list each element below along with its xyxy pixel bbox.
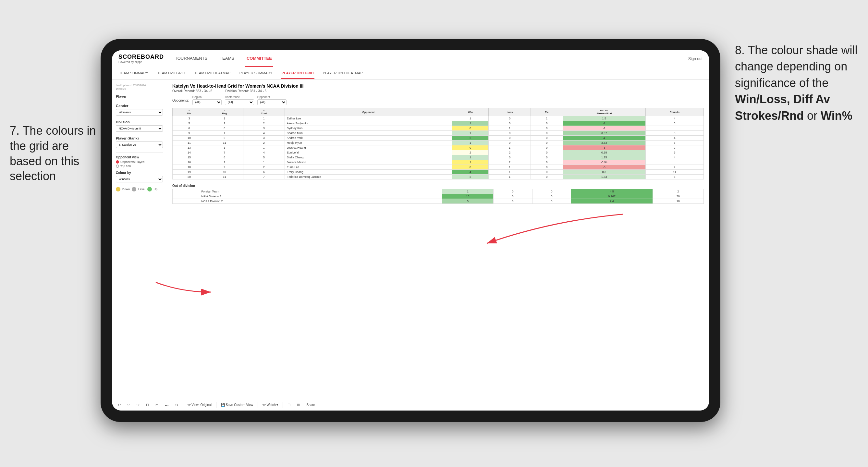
th-reg: #Reg: [206, 108, 243, 116]
cell-loss: 1: [489, 175, 531, 180]
cell-rounds: 3: [645, 131, 704, 136]
radio-top100[interactable]: Top 100: [116, 164, 163, 168]
nav-player-h2h-heatmap[interactable]: PLAYER H2H HEATMAP: [322, 68, 364, 79]
radio-opponents-played[interactable]: Opponents Played: [116, 160, 163, 163]
cell-conf: 2: [243, 165, 285, 170]
cell-loss: 1: [489, 165, 531, 170]
nav-committee[interactable]: COMMITTEE: [245, 51, 273, 67]
nav-tournaments[interactable]: TOURNAMENTS: [174, 51, 209, 67]
sidebar-player-rank-label: Player (Rank): [116, 136, 163, 140]
cell-reg: 1: [206, 145, 243, 150]
legend-dot-down: [116, 187, 120, 191]
radio-dot-top100: [116, 164, 119, 168]
cell-diff: 1.25: [563, 155, 645, 160]
nav-player-summary[interactable]: PLAYER SUMMARY: [239, 68, 273, 79]
table-row: 3 1 1 Esther Lee 1 0 1 1.5 4: [173, 116, 704, 121]
radio-label-top100: Top 100: [120, 164, 131, 168]
cell-div-empty: [173, 199, 199, 204]
cell-diff: 1.5: [563, 116, 645, 121]
sidebar-division-label: Division: [116, 120, 163, 124]
cell-diff: 0.38: [563, 150, 645, 155]
cell-div: 9: [173, 131, 206, 136]
nav-teams[interactable]: TEAMS: [218, 51, 236, 67]
cell-opponent: Federica Domecq Lacroze: [285, 175, 452, 180]
nav-sign-out[interactable]: Sign out: [688, 57, 703, 61]
annotation-right-text: 8. The colour shade will change dependin…: [735, 43, 858, 90]
cell-ood-rounds: 10: [653, 199, 704, 204]
gender-select[interactable]: Women's: [116, 109, 163, 116]
th-rounds: Rounds: [645, 108, 704, 116]
toolbar-redo[interactable]: ↪: [135, 402, 142, 408]
cell-loss: 1: [489, 170, 531, 175]
logo-sub: Powered by clippd: [118, 60, 164, 64]
toolbar-share[interactable]: Share: [304, 402, 317, 408]
cell-conf: 5: [243, 155, 285, 160]
toolbar-dot[interactable]: •••: [163, 402, 171, 408]
cell-tie: 1: [531, 116, 563, 121]
legend-dot-level: [132, 187, 136, 191]
bottom-toolbar: ↩ ↩ ↪ ⊟ ✂ ••• ⊙ 👁 View: Original 💾 Save …: [112, 399, 709, 410]
cell-div-empty: [173, 189, 199, 194]
toolbar-fit[interactable]: ⊟: [144, 402, 151, 408]
legend-row: Down Level Up: [116, 187, 163, 191]
cell-win: 1: [452, 131, 488, 136]
cell-reg: 1: [206, 160, 243, 165]
nav-team-h2h-grid[interactable]: TEAM H2H GRID: [157, 68, 186, 79]
annotation-left: 7. The colours in the grid are based on …: [10, 123, 101, 184]
toolbar-undo2[interactable]: ↩: [125, 402, 132, 408]
division-select[interactable]: NCAA Division III: [116, 125, 163, 132]
cell-win: 0: [452, 126, 488, 131]
overall-record-value: 353 - 34 - 6: [196, 89, 212, 93]
player-rank-select[interactable]: 8. Katelyn Vo: [116, 142, 163, 148]
table-row: 15 8 5 Stella Cheng 1 0 0 1.25 4: [173, 155, 704, 160]
annotation-right: 8. The colour shade will change dependin…: [735, 42, 858, 124]
cell-div-empty: [173, 194, 199, 199]
cell-tie: 0: [531, 126, 563, 131]
table-row: 9 1 4 Sharon Mun 1 0 0 3.67 3: [173, 131, 704, 136]
cell-win: 2: [452, 136, 488, 141]
cell-opponent: Stella Cheng: [285, 155, 452, 160]
colour-by-select[interactable]: Win/loss: [116, 176, 163, 182]
toolbar-watch[interactable]: 👁 Watch ▾: [260, 402, 280, 408]
cell-diff: -5: [563, 165, 645, 170]
table-row: 13 1 1 Jessica Huang 0 1 0 -3 2: [173, 145, 704, 150]
filter-opponents-label: Opponents:: [172, 99, 189, 102]
cell-conf: 1: [243, 116, 285, 121]
toolbar-circle[interactable]: ⊙: [173, 402, 180, 408]
filter-conference-select[interactable]: (All): [225, 99, 254, 105]
toolbar-cut[interactable]: ✂: [153, 402, 160, 408]
sidebar-player-title: Player: [116, 94, 163, 98]
cell-rounds: 2: [645, 145, 704, 150]
radio-dot-selected: [116, 160, 119, 163]
cell-rounds: 4: [645, 155, 704, 160]
nav-player-h2h-grid[interactable]: PLAYER H2H GRID: [281, 68, 314, 79]
cell-conf: 1: [243, 145, 285, 150]
cell-rounds: [645, 160, 704, 165]
cell-reg: 7: [206, 150, 243, 155]
toolbar-save-custom[interactable]: 💾 Save Custom View: [219, 402, 255, 408]
cell-diff: 0.3: [563, 170, 645, 175]
tablet-screen: SCOREBOARD Powered by clippd TOURNAMENTS…: [112, 50, 709, 410]
cell-diff: 1.33: [563, 175, 645, 180]
filter-opponent-select[interactable]: (All): [257, 99, 286, 105]
cell-ood-loss: 0: [493, 194, 532, 199]
cell-opponent: Alexis Sudjianto: [285, 121, 452, 126]
filter-region-select[interactable]: (All): [192, 99, 222, 105]
toolbar-view-original[interactable]: 👁 View: Original: [186, 402, 214, 408]
cell-reg: 1: [206, 131, 243, 136]
nav-team-h2h-heatmap[interactable]: TEAM H2H HEATMAP: [194, 68, 231, 79]
cell-reg: 6: [206, 136, 243, 141]
cell-ood-diff: 4.5: [571, 189, 653, 194]
toolbar-undo[interactable]: ↩: [116, 402, 123, 408]
table-row: 11 11 2 Heejo Hyun 1 0 0 3.33 3: [173, 141, 704, 145]
legend-label-level: Level: [138, 188, 145, 191]
logo-area: SCOREBOARD Powered by clippd: [118, 54, 164, 64]
toolbar-grid1[interactable]: ⊡: [285, 402, 292, 408]
cell-win: 2: [452, 175, 488, 180]
cell-ood-opponent: NCAA Division 2: [199, 199, 442, 204]
cell-div: 3: [173, 116, 206, 121]
th-win: Win: [452, 108, 488, 116]
nav-team-summary[interactable]: TEAM SUMMARY: [118, 68, 149, 79]
toolbar-grid2[interactable]: ⊞: [295, 402, 302, 408]
cell-tie: 0: [531, 141, 563, 145]
